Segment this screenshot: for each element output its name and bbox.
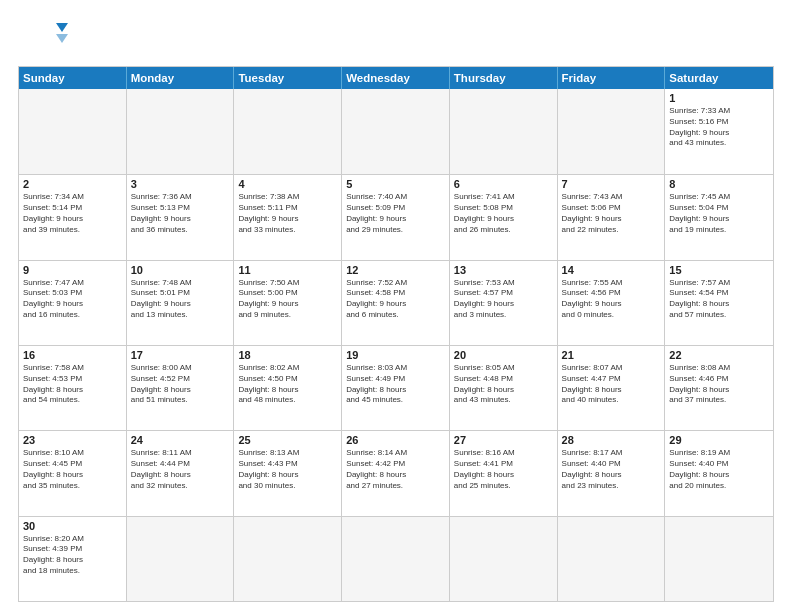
day-info: Sunrise: 7:58 AM Sunset: 4:53 PM Dayligh… <box>23 363 122 406</box>
calendar-cell <box>450 89 558 174</box>
day-number: 11 <box>238 264 337 276</box>
calendar-row-4: 23Sunrise: 8:10 AM Sunset: 4:45 PM Dayli… <box>19 430 773 515</box>
day-info: Sunrise: 8:05 AM Sunset: 4:48 PM Dayligh… <box>454 363 553 406</box>
calendar-cell: 13Sunrise: 7:53 AM Sunset: 4:57 PM Dayli… <box>450 261 558 345</box>
logo-svg <box>18 18 68 58</box>
day-info: Sunrise: 7:53 AM Sunset: 4:57 PM Dayligh… <box>454 278 553 321</box>
day-number: 29 <box>669 434 769 446</box>
day-number: 24 <box>131 434 230 446</box>
calendar-cell <box>558 517 666 601</box>
day-number: 26 <box>346 434 445 446</box>
calendar-row-0: 1Sunrise: 7:33 AM Sunset: 5:16 PM Daylig… <box>19 89 773 174</box>
day-info: Sunrise: 7:36 AM Sunset: 5:13 PM Dayligh… <box>131 192 230 235</box>
day-number: 7 <box>562 178 661 190</box>
day-info: Sunrise: 8:03 AM Sunset: 4:49 PM Dayligh… <box>346 363 445 406</box>
day-number: 2 <box>23 178 122 190</box>
day-number: 17 <box>131 349 230 361</box>
calendar-header: SundayMondayTuesdayWednesdayThursdayFrid… <box>19 67 773 89</box>
day-info: Sunrise: 8:17 AM Sunset: 4:40 PM Dayligh… <box>562 448 661 491</box>
calendar-cell: 10Sunrise: 7:48 AM Sunset: 5:01 PM Dayli… <box>127 261 235 345</box>
calendar: SundayMondayTuesdayWednesdayThursdayFrid… <box>18 66 774 602</box>
calendar-cell: 30Sunrise: 8:20 AM Sunset: 4:39 PM Dayli… <box>19 517 127 601</box>
day-info: Sunrise: 7:34 AM Sunset: 5:14 PM Dayligh… <box>23 192 122 235</box>
day-number: 30 <box>23 520 122 532</box>
day-info: Sunrise: 7:52 AM Sunset: 4:58 PM Dayligh… <box>346 278 445 321</box>
calendar-cell <box>234 517 342 601</box>
weekday-header-friday: Friday <box>558 67 666 89</box>
day-info: Sunrise: 8:08 AM Sunset: 4:46 PM Dayligh… <box>669 363 769 406</box>
calendar-cell: 4Sunrise: 7:38 AM Sunset: 5:11 PM Daylig… <box>234 175 342 259</box>
day-number: 25 <box>238 434 337 446</box>
day-info: Sunrise: 7:50 AM Sunset: 5:00 PM Dayligh… <box>238 278 337 321</box>
day-info: Sunrise: 8:02 AM Sunset: 4:50 PM Dayligh… <box>238 363 337 406</box>
day-info: Sunrise: 8:07 AM Sunset: 4:47 PM Dayligh… <box>562 363 661 406</box>
weekday-header-sunday: Sunday <box>19 67 127 89</box>
day-info: Sunrise: 8:16 AM Sunset: 4:41 PM Dayligh… <box>454 448 553 491</box>
day-number: 13 <box>454 264 553 276</box>
day-info: Sunrise: 7:33 AM Sunset: 5:16 PM Dayligh… <box>669 106 769 149</box>
day-number: 3 <box>131 178 230 190</box>
header <box>18 18 774 58</box>
day-number: 9 <box>23 264 122 276</box>
calendar-cell: 5Sunrise: 7:40 AM Sunset: 5:09 PM Daylig… <box>342 175 450 259</box>
calendar-cell: 9Sunrise: 7:47 AM Sunset: 5:03 PM Daylig… <box>19 261 127 345</box>
calendar-cell: 19Sunrise: 8:03 AM Sunset: 4:49 PM Dayli… <box>342 346 450 430</box>
calendar-cell: 20Sunrise: 8:05 AM Sunset: 4:48 PM Dayli… <box>450 346 558 430</box>
day-number: 22 <box>669 349 769 361</box>
day-info: Sunrise: 8:10 AM Sunset: 4:45 PM Dayligh… <box>23 448 122 491</box>
calendar-cell: 27Sunrise: 8:16 AM Sunset: 4:41 PM Dayli… <box>450 431 558 515</box>
day-number: 8 <box>669 178 769 190</box>
calendar-cell <box>342 517 450 601</box>
calendar-cell <box>342 89 450 174</box>
day-info: Sunrise: 8:11 AM Sunset: 4:44 PM Dayligh… <box>131 448 230 491</box>
day-number: 14 <box>562 264 661 276</box>
day-info: Sunrise: 7:40 AM Sunset: 5:09 PM Dayligh… <box>346 192 445 235</box>
calendar-cell: 3Sunrise: 7:36 AM Sunset: 5:13 PM Daylig… <box>127 175 235 259</box>
day-info: Sunrise: 8:14 AM Sunset: 4:42 PM Dayligh… <box>346 448 445 491</box>
calendar-cell <box>234 89 342 174</box>
day-info: Sunrise: 7:45 AM Sunset: 5:04 PM Dayligh… <box>669 192 769 235</box>
day-info: Sunrise: 8:20 AM Sunset: 4:39 PM Dayligh… <box>23 534 122 577</box>
day-info: Sunrise: 8:19 AM Sunset: 4:40 PM Dayligh… <box>669 448 769 491</box>
calendar-cell: 14Sunrise: 7:55 AM Sunset: 4:56 PM Dayli… <box>558 261 666 345</box>
calendar-cell <box>19 89 127 174</box>
weekday-header-thursday: Thursday <box>450 67 558 89</box>
day-number: 27 <box>454 434 553 446</box>
calendar-cell: 6Sunrise: 7:41 AM Sunset: 5:08 PM Daylig… <box>450 175 558 259</box>
day-number: 4 <box>238 178 337 190</box>
day-info: Sunrise: 8:13 AM Sunset: 4:43 PM Dayligh… <box>238 448 337 491</box>
calendar-cell: 17Sunrise: 8:00 AM Sunset: 4:52 PM Dayli… <box>127 346 235 430</box>
calendar-cell: 2Sunrise: 7:34 AM Sunset: 5:14 PM Daylig… <box>19 175 127 259</box>
calendar-cell: 29Sunrise: 8:19 AM Sunset: 4:40 PM Dayli… <box>665 431 773 515</box>
weekday-header-tuesday: Tuesday <box>234 67 342 89</box>
calendar-cell: 8Sunrise: 7:45 AM Sunset: 5:04 PM Daylig… <box>665 175 773 259</box>
weekday-header-monday: Monday <box>127 67 235 89</box>
day-info: Sunrise: 7:47 AM Sunset: 5:03 PM Dayligh… <box>23 278 122 321</box>
calendar-cell: 18Sunrise: 8:02 AM Sunset: 4:50 PM Dayli… <box>234 346 342 430</box>
calendar-cell: 24Sunrise: 8:11 AM Sunset: 4:44 PM Dayli… <box>127 431 235 515</box>
day-number: 28 <box>562 434 661 446</box>
calendar-cell: 26Sunrise: 8:14 AM Sunset: 4:42 PM Dayli… <box>342 431 450 515</box>
svg-marker-1 <box>56 34 68 43</box>
day-info: Sunrise: 7:38 AM Sunset: 5:11 PM Dayligh… <box>238 192 337 235</box>
calendar-cell: 11Sunrise: 7:50 AM Sunset: 5:00 PM Dayli… <box>234 261 342 345</box>
day-number: 12 <box>346 264 445 276</box>
calendar-row-3: 16Sunrise: 7:58 AM Sunset: 4:53 PM Dayli… <box>19 345 773 430</box>
calendar-cell: 22Sunrise: 8:08 AM Sunset: 4:46 PM Dayli… <box>665 346 773 430</box>
calendar-cell <box>665 517 773 601</box>
day-info: Sunrise: 7:57 AM Sunset: 4:54 PM Dayligh… <box>669 278 769 321</box>
day-number: 23 <box>23 434 122 446</box>
weekday-header-saturday: Saturday <box>665 67 773 89</box>
calendar-body: 1Sunrise: 7:33 AM Sunset: 5:16 PM Daylig… <box>19 89 773 601</box>
calendar-cell: 15Sunrise: 7:57 AM Sunset: 4:54 PM Dayli… <box>665 261 773 345</box>
day-number: 16 <box>23 349 122 361</box>
calendar-cell <box>127 517 235 601</box>
calendar-cell: 28Sunrise: 8:17 AM Sunset: 4:40 PM Dayli… <box>558 431 666 515</box>
calendar-row-1: 2Sunrise: 7:34 AM Sunset: 5:14 PM Daylig… <box>19 174 773 259</box>
calendar-cell <box>127 89 235 174</box>
day-info: Sunrise: 7:43 AM Sunset: 5:06 PM Dayligh… <box>562 192 661 235</box>
day-info: Sunrise: 7:55 AM Sunset: 4:56 PM Dayligh… <box>562 278 661 321</box>
calendar-cell <box>558 89 666 174</box>
svg-marker-0 <box>56 23 68 32</box>
calendar-cell: 7Sunrise: 7:43 AM Sunset: 5:06 PM Daylig… <box>558 175 666 259</box>
